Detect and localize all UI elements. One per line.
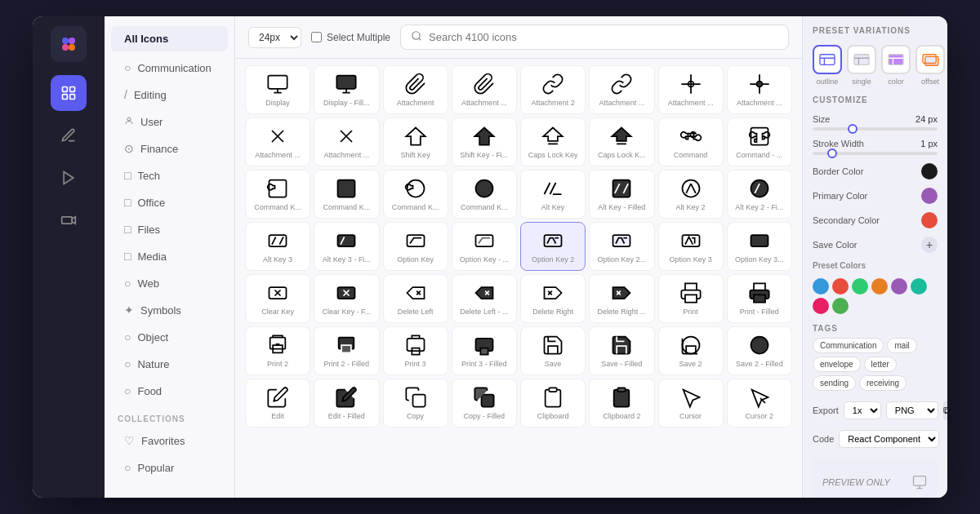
- icon-cell[interactable]: Attachment ...: [727, 65, 792, 114]
- icon-cell[interactable]: Edit: [245, 379, 310, 428]
- icon-cell[interactable]: Print 3: [383, 326, 448, 375]
- category-item-finance[interactable]: ⊙ Finance: [111, 135, 228, 162]
- icon-cell[interactable]: Alt Key: [520, 170, 586, 219]
- icon-cell[interactable]: Delete Left: [383, 274, 448, 323]
- icon-cell[interactable]: Clipboard 2: [589, 379, 654, 428]
- icon-cell[interactable]: Delete Right: [520, 274, 586, 323]
- icon-cell[interactable]: Alt Key - Filled: [589, 170, 654, 219]
- icon-cell[interactable]: Caps Lock Key: [520, 117, 586, 166]
- icon-cell[interactable]: Save - Filled: [589, 326, 654, 375]
- icon-cell[interactable]: Alt Key 3: [245, 222, 310, 271]
- sidebar-play-btn[interactable]: [51, 160, 87, 196]
- icon-cell[interactable]: Cursor: [658, 379, 724, 428]
- secondary-color-swatch[interactable]: [921, 212, 938, 228]
- icon-cell[interactable]: Display: [245, 65, 310, 114]
- icon-cell[interactable]: Save 2 - Filled: [727, 326, 792, 375]
- category-item-communication[interactable]: ○ Communication: [111, 55, 228, 81]
- icon-cell[interactable]: Command K...: [245, 170, 310, 219]
- category-item-favorites[interactable]: ♡ Favorites: [111, 428, 228, 454]
- icon-cell[interactable]: Option Key 2: [520, 222, 586, 271]
- category-item-media[interactable]: □ Media: [111, 243, 228, 269]
- category-item-editing[interactable]: / Editing: [111, 82, 228, 108]
- icon-cell[interactable]: Clipboard: [520, 379, 586, 428]
- icon-cell[interactable]: Caps Lock K...: [589, 117, 654, 166]
- icon-cell[interactable]: Clear Key - F...: [314, 274, 379, 323]
- tag-item[interactable]: receiving: [859, 375, 906, 391]
- icon-cell[interactable]: Display - Fill...: [314, 65, 379, 114]
- category-item-files[interactable]: □ Files: [111, 216, 228, 242]
- preset-color-swatch[interactable]: [871, 278, 888, 295]
- stroke-slider-thumb[interactable]: [827, 148, 837, 158]
- border-color-swatch[interactable]: [921, 163, 938, 179]
- sidebar-video-btn[interactable]: [51, 202, 87, 238]
- icon-cell[interactable]: Alt Key 3 - Fi...: [314, 222, 379, 271]
- category-item-food[interactable]: ○ Food: [111, 378, 228, 404]
- search-input[interactable]: [429, 31, 778, 43]
- preset-color-swatch[interactable]: [832, 298, 849, 314]
- preset-single-icon[interactable]: [847, 45, 876, 74]
- icon-cell[interactable]: Attachment ...: [658, 65, 724, 114]
- icon-cell[interactable]: Save 2: [658, 326, 724, 375]
- preset-color-swatch[interactable]: [891, 278, 907, 295]
- size-slider-thumb[interactable]: [848, 124, 858, 134]
- preset-color-swatch[interactable]: [813, 278, 829, 295]
- icon-cell[interactable]: Print - Filled: [727, 274, 792, 323]
- size-slider-track[interactable]: [813, 127, 938, 131]
- preset-color-swatch[interactable]: [813, 298, 829, 314]
- icon-cell[interactable]: Cursor 2: [727, 379, 792, 428]
- category-item-office[interactable]: □ Office: [111, 189, 228, 215]
- sidebar-pen-btn[interactable]: [51, 117, 87, 153]
- icon-cell[interactable]: Edit - Filled: [314, 379, 379, 428]
- category-item-symbols[interactable]: ✦ Symbols: [111, 297, 228, 323]
- tag-item[interactable]: sending: [813, 375, 856, 391]
- icon-cell[interactable]: Attachment ...: [589, 65, 654, 114]
- icon-cell[interactable]: Copy: [383, 379, 448, 428]
- icon-cell[interactable]: Option Key 2...: [589, 222, 654, 271]
- icon-cell[interactable]: Attachment: [383, 65, 448, 114]
- sidebar-icons-btn[interactable]: [51, 75, 87, 111]
- category-item-user[interactable]: User: [111, 109, 228, 135]
- icon-cell[interactable]: Command K...: [383, 170, 448, 219]
- icon-cell[interactable]: Attachment ...: [314, 117, 379, 166]
- primary-color-swatch[interactable]: [921, 188, 938, 204]
- preset-color-swatch[interactable]: [852, 278, 868, 295]
- category-item-object[interactable]: ○ Object: [111, 324, 228, 350]
- icon-cell[interactable]: Print 2 - Filled: [314, 326, 379, 375]
- icon-cell[interactable]: Command K...: [452, 170, 517, 219]
- all-icons-item[interactable]: All Icons: [111, 26, 228, 51]
- icon-cell[interactable]: Attachment 2: [520, 65, 586, 114]
- preset-offset-icon[interactable]: [915, 45, 945, 74]
- category-item-popular[interactable]: ○ Popular: [111, 454, 228, 481]
- export-scale-select[interactable]: 1x2x3x: [844, 401, 881, 419]
- icon-cell[interactable]: Print: [658, 274, 724, 323]
- category-item-nature[interactable]: ○ Nature: [111, 351, 228, 377]
- icon-cell[interactable]: Option Key: [383, 222, 448, 271]
- icon-cell[interactable]: Save: [520, 326, 586, 375]
- icon-cell[interactable]: Option Key - ...: [452, 222, 517, 271]
- icon-cell[interactable]: Alt Key 2 - Fi...: [727, 170, 792, 219]
- size-select[interactable]: 24px 16px 32px 48px: [248, 27, 301, 48]
- preset-outline-icon[interactable]: [813, 45, 842, 74]
- tag-item[interactable]: Communication: [813, 338, 884, 353]
- tag-item[interactable]: mail: [887, 338, 916, 353]
- icon-cell[interactable]: Clear Key: [245, 274, 310, 323]
- select-multiple-checkbox[interactable]: [311, 32, 322, 42]
- icon-cell[interactable]: Delete Left - ...: [452, 274, 517, 323]
- category-item-web[interactable]: ○ Web: [111, 270, 228, 296]
- code-type-select[interactable]: React ComponentSVGHTML: [839, 430, 939, 448]
- icon-cell[interactable]: Command: [658, 117, 724, 166]
- tag-item[interactable]: envelope: [813, 357, 861, 372]
- icon-cell[interactable]: Attachment ...: [245, 117, 310, 166]
- export-format-select[interactable]: PNGSVGWebP: [886, 401, 938, 419]
- icon-cell[interactable]: Command - ...: [727, 117, 792, 166]
- preset-color-swatch[interactable]: [911, 278, 927, 295]
- category-item-tech[interactable]: □ Tech: [111, 162, 228, 188]
- preset-color-icon[interactable]: [881, 45, 911, 74]
- icon-cell[interactable]: Option Key 3...: [727, 222, 792, 271]
- add-color-button[interactable]: +: [921, 237, 938, 253]
- icon-cell[interactable]: Command K...: [314, 170, 379, 219]
- stroke-slider-track[interactable]: [813, 152, 938, 155]
- icon-cell[interactable]: Shift Key - Fi...: [452, 117, 517, 166]
- tag-item[interactable]: letter: [864, 357, 897, 372]
- icon-cell[interactable]: Copy - Filled: [452, 379, 517, 428]
